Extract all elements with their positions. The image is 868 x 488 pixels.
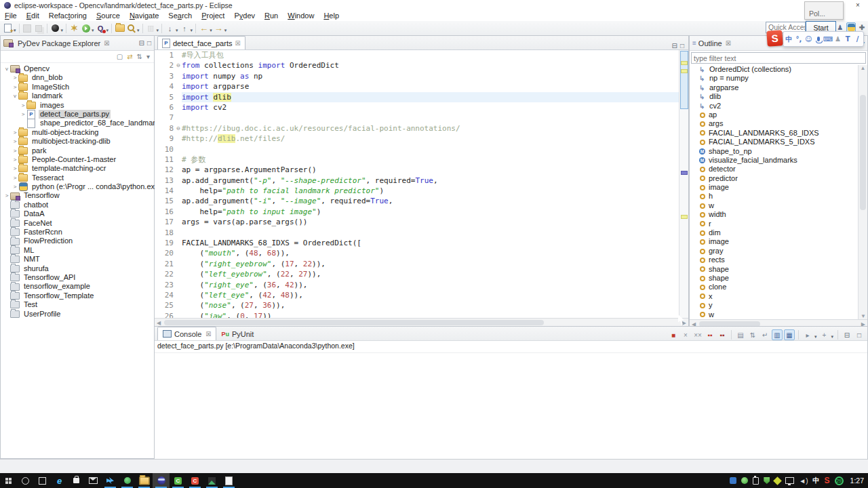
tree-item-flowprediction[interactable]: FlowPrediction <box>1 237 154 245</box>
tree-expand-arrow[interactable]: > <box>12 83 18 92</box>
line-number[interactable]: 24 <box>155 290 175 300</box>
terminate-all-icon[interactable]: ▪▪ <box>705 329 715 340</box>
tree-item-tensorflow-template[interactable]: Tensorflow_Template <box>1 291 154 300</box>
menu-run[interactable]: Run <box>260 12 283 20</box>
overview-ruler[interactable] <box>679 50 688 318</box>
line-number[interactable]: 25 <box>155 300 175 310</box>
punctuation-icon[interactable]: °, <box>795 35 803 43</box>
tray-tray-diamond-icon[interactable] <box>774 478 781 484</box>
code-line-23[interactable]: 23 ("right_eye", (36, 42)), <box>155 280 679 290</box>
outline-close-icon[interactable]: ☒ <box>726 40 731 47</box>
tree-expand-arrow[interactable]: > <box>12 146 18 155</box>
line-number[interactable]: 8 <box>155 123 175 134</box>
scroll-lock-icon[interactable]: ⇅ <box>747 329 758 340</box>
code-line-22[interactable]: 22 ("left_eyebrow", (22, 27)), <box>155 269 679 279</box>
line-number[interactable]: 5 <box>155 92 175 102</box>
code-editor[interactable]: 1#导入工具包2⊖from collections import Ordered… <box>155 50 688 318</box>
tree-expand-arrow[interactable]: > <box>12 73 18 82</box>
outline-item-facial-landmarks-68-idxs[interactable]: FACIAL_LANDMARKS_68_IDXS <box>690 129 859 138</box>
taskbar-mail-icon[interactable] <box>85 473 102 488</box>
code-line-21[interactable]: 21 ("right_eyebrow", (17, 22)), <box>155 259 679 269</box>
console-tab-pyunit[interactable]: PuPyUnit <box>216 327 258 340</box>
outline-item-argparse[interactable]: ↳argparse <box>690 83 859 92</box>
tree-item-dataa[interactable]: DataA <box>1 209 154 218</box>
code-line-25[interactable]: 25 ("nose", (27, 36)), <box>155 300 679 310</box>
code-line-15[interactable]: 15ap.add_argument("-i", "--image", requi… <box>155 196 679 206</box>
tray-tray-app-green-icon[interactable] <box>741 477 748 484</box>
outline-item-clone[interactable]: clone <box>690 283 859 291</box>
tree-item-people-counter-1-master[interactable]: >People-Counter-1-master <box>1 155 154 164</box>
tray-volume-icon[interactable]: ◄) <box>799 477 808 485</box>
code-line-11[interactable]: 11# 参数 <box>155 155 679 165</box>
next-annotation-icon[interactable]: ↓ <box>164 22 176 34</box>
tree-expand-arrow[interactable]: v <box>3 64 10 73</box>
occurrence-marker[interactable] <box>681 69 688 73</box>
new-wizard-dropdown-icon[interactable]: ▾ <box>14 28 16 33</box>
taskbar-thunder-icon[interactable] <box>102 473 119 488</box>
maximize-view-icon[interactable]: □ <box>147 39 151 47</box>
menu-project[interactable]: Project <box>197 12 229 20</box>
skin-icon[interactable]: T <box>844 35 852 43</box>
line-number[interactable]: 22 <box>155 269 175 279</box>
open-folder-icon[interactable] <box>114 22 125 34</box>
tree-expand-arrow[interactable]: > <box>12 164 18 173</box>
outline-item-shape-to-np[interactable]: Mshape_to_np <box>690 147 859 156</box>
console-output[interactable] <box>155 353 867 460</box>
forward-dropdown-icon[interactable]: ▾ <box>224 28 227 33</box>
prev-annotation-dropdown-icon[interactable]: ▾ <box>191 28 193 33</box>
line-number[interactable]: 20 <box>155 248 175 258</box>
tree-item-opencv[interactable]: vOpencv <box>1 64 154 73</box>
outline-item-gray[interactable]: gray <box>690 247 859 256</box>
line-number[interactable]: 3 <box>155 71 175 81</box>
taskbar-edge-icon[interactable]: e <box>51 473 68 488</box>
taskbar-notepad-icon[interactable] <box>220 473 237 488</box>
code-line-17[interactable]: 17args = vars(ap.parse_args()) <box>155 217 679 227</box>
tree-expand-arrow[interactable]: > <box>12 182 18 191</box>
menu-edit[interactable]: Edit <box>22 12 44 20</box>
line-number[interactable]: 12 <box>155 165 175 175</box>
chinese-mode-icon[interactable]: 中 <box>785 35 793 44</box>
outline-item-ordereddict-collections-[interactable]: ↳OrderedDict (collections) <box>690 65 859 74</box>
tray-network-icon[interactable] <box>785 477 794 484</box>
code-line-12[interactable]: 12ap = argparse.ArgumentParser() <box>155 165 679 175</box>
outline-item-w[interactable]: w <box>690 201 859 210</box>
scroll-right-arrow[interactable]: ▶ <box>682 320 686 326</box>
code-line-10[interactable]: 10 <box>155 144 679 155</box>
taskbar-photos-icon[interactable] <box>203 473 220 488</box>
occurrence-marker[interactable] <box>681 61 688 65</box>
scroll-up-arrow[interactable]: ▲ <box>861 65 866 71</box>
tray-security-shield-icon[interactable] <box>764 477 770 484</box>
tree-item-tensorflow-example[interactable]: tensorflow_example <box>1 282 154 291</box>
profile-dropdown-icon[interactable]: ▾ <box>106 28 109 33</box>
line-number[interactable]: 4 <box>155 81 175 92</box>
run-icon[interactable] <box>80 22 92 34</box>
hscroll-thumb[interactable] <box>164 320 544 325</box>
code-line-3[interactable]: 3import numpy as np <box>155 71 679 81</box>
tree-item-tesseract[interactable]: >Tesseract <box>1 174 154 182</box>
tree-item-chatbot[interactable]: chatbot <box>1 201 154 209</box>
tree-item-dnn-blob[interactable]: >dnn_blob <box>1 73 154 82</box>
next-annotation-dropdown-icon[interactable]: ▾ <box>176 28 178 33</box>
outline-item-np-numpy[interactable]: ↳np = numpy <box>690 74 859 83</box>
line-number[interactable]: 14 <box>155 186 175 196</box>
console-tab-close-icon[interactable]: ☒ <box>205 331 211 338</box>
outline-item-x[interactable]: x <box>690 292 859 301</box>
link-with-editor-icon[interactable]: ⇄ <box>127 53 132 60</box>
outline-item-w[interactable]: w <box>690 310 859 319</box>
scroll-down-arrow[interactable]: ▼ <box>861 313 866 319</box>
line-number[interactable]: 11 <box>155 155 175 165</box>
tree-item-multiobject-tracking-dlib[interactable]: >multiobject-tracking-dlib <box>1 137 154 146</box>
view-menu-icon[interactable]: ▾ <box>146 53 150 60</box>
line-number[interactable]: 7 <box>155 113 175 123</box>
taskbar-wechat-icon[interactable] <box>119 473 136 488</box>
line-number[interactable]: 23 <box>155 280 175 290</box>
menu-search[interactable]: Search <box>163 12 197 20</box>
tray-ime-language-icon[interactable]: 中 <box>813 476 820 485</box>
tray-sogou-icon[interactable]: S <box>825 476 830 485</box>
emoji-icon[interactable]: ☺ <box>804 35 812 43</box>
tree-item-nmt[interactable]: NMT <box>1 255 154 264</box>
line-number[interactable]: 18 <box>155 228 175 238</box>
tree-expand-arrow[interactable]: > <box>3 191 10 200</box>
tray-health-360-icon[interactable]: 29 <box>835 476 844 485</box>
remove-launch-icon[interactable]: × <box>680 329 691 340</box>
